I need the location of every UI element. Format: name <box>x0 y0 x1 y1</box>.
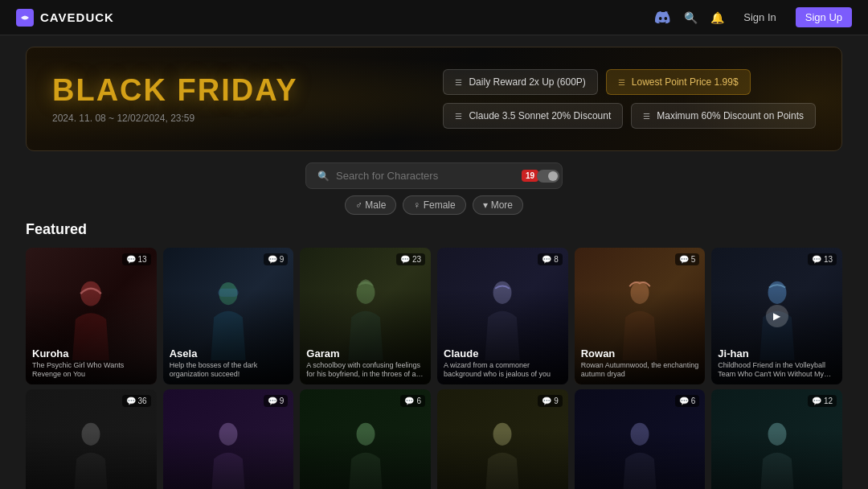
card-badge-b2: 💬 9 <box>264 395 289 407</box>
card-badge-asela: 💬 9 <box>264 253 289 265</box>
card-name-rowan: Rowan <box>581 347 699 360</box>
card-badge-b1: 💬 36 <box>122 395 151 407</box>
card-badge-b6: 💬 12 <box>808 395 837 407</box>
card-info-rowan: Rowan Rowan Autumnwood, the enchanting a… <box>575 343 706 384</box>
card-info-garam: Garam A schoolboy with confusing feeling… <box>300 343 431 384</box>
chevron-down-icon: ▾ <box>483 199 488 211</box>
chat-icon-kuroha: 💬 <box>126 255 136 264</box>
card-badge-garam: 💬 23 <box>396 253 425 265</box>
card-desc-claude: A wizard from a commoner background who … <box>444 361 562 380</box>
card-info-kuroha: Kuroha The Psychic Girl Who Wants Reveng… <box>26 343 157 384</box>
card-bottom-5[interactable]: 💬 6 <box>575 389 706 489</box>
card-bottom-4[interactable]: 💬 9 <box>437 389 568 489</box>
card-desc-kuroha: The Psychic Girl Who Wants Revenge on Yo… <box>32 361 150 380</box>
banner-tag-daily-reward: ☰ Daily Reward 2x Up (600P) <box>443 69 597 95</box>
card-desc-asela: Help the bosses of the dark organization… <box>170 361 288 380</box>
chat-icon-b1: 💬 <box>126 397 136 405</box>
tag-icon-2: ☰ <box>455 112 462 121</box>
card-badge-b3: 💬 6 <box>400 395 425 407</box>
card-bottom-1[interactable]: 💬 36 <box>26 389 157 489</box>
more-button[interactable]: ▾ More <box>473 195 523 215</box>
chat-icon-garam: 💬 <box>400 255 410 264</box>
logo-text: CAVEDUCK <box>40 10 114 24</box>
chat-icon-b5: 💬 <box>679 397 689 405</box>
chat-icon-b3: 💬 <box>404 397 414 405</box>
card-jihan[interactable]: 💬 13 ▶ Ji-han Childhood Friend in the Vo… <box>711 248 842 384</box>
main-content: BLACK FRIDAY 2024. 11. 08 ~ 12/02/2024, … <box>0 35 868 489</box>
banner-left: BLACK FRIDAY 2024. 11. 08 ~ 12/02/2024, … <box>52 74 298 124</box>
card-gradient-b4 <box>437 430 568 489</box>
bottom-cards-row: 💬 36 💬 9 <box>26 389 842 489</box>
chat-icon-b2: 💬 <box>268 397 277 405</box>
card-desc-jihan: Childhood Friend in the Volleyball Team … <box>718 361 836 380</box>
search-area: 🔍 19 ♂ Male ♀ Female ▾ More <box>26 162 842 215</box>
card-gradient-b2 <box>163 430 294 489</box>
card-gradient-b6 <box>711 430 842 489</box>
chat-icon-rowan: 💬 <box>679 255 689 264</box>
navbar-left: CAVEDUCK <box>16 9 114 27</box>
featured-section: Featured 💬 13 Kuroha The Psychic Gi <box>26 221 842 384</box>
card-name-claude: Claude <box>444 347 562 360</box>
filter-male[interactable]: ♂ Male <box>345 195 396 215</box>
card-desc-garam: A schoolboy with confusing feelings for … <box>306 361 424 380</box>
tag-icon-4: ☰ <box>643 112 650 121</box>
search-bar-icon: 🔍 <box>317 171 330 182</box>
signin-button[interactable]: Sign In <box>737 8 782 27</box>
age-toggle[interactable] <box>537 170 559 183</box>
navbar-right: 🔍 🔔 Sign In Sign Up <box>655 7 852 27</box>
card-info-asela: Asela Help the bosses of the dark organi… <box>163 343 294 384</box>
card-info-jihan: Ji-han Childhood Friend in the Volleybal… <box>711 343 842 384</box>
tag-icon-1: ☰ <box>455 78 462 87</box>
card-name-kuroha: Kuroha <box>32 347 150 360</box>
card-gradient-b1 <box>26 430 157 489</box>
banner-tag-lowest-price: ☰ Lowest Point Price 1.99$ <box>606 69 751 95</box>
card-bottom-3[interactable]: 💬 6 <box>300 389 431 489</box>
card-bottom-2[interactable]: 💬 9 <box>163 389 294 489</box>
card-garam[interactable]: 💬 23 Garam A schoolboy with confusing fe… <box>300 248 431 384</box>
banner-tag-max-discount: ☰ Maximum 60% Discount on Points <box>631 103 816 129</box>
banner-row-1: ☰ Daily Reward 2x Up (600P) ☰ Lowest Poi… <box>443 69 816 95</box>
chat-icon-asela: 💬 <box>268 255 277 264</box>
card-desc-rowan: Rowan Autumnwood, the enchanting autumn … <box>581 361 699 380</box>
banner-title: BLACK FRIDAY <box>52 74 298 108</box>
banner-subtitle: 2024. 11. 08 ~ 12/02/2024, 23:59 <box>52 113 298 124</box>
card-claude[interactable]: 💬 8 Claude A wizard from a commoner back… <box>437 248 568 384</box>
discord-icon[interactable] <box>655 10 671 26</box>
navbar: CAVEDUCK 🔍 🔔 Sign In Sign Up <box>0 0 868 35</box>
search-icon[interactable]: 🔍 <box>684 11 698 24</box>
search-input[interactable] <box>336 170 551 182</box>
card-name-asela: Asela <box>170 347 288 360</box>
card-badge-jihan: 💬 13 <box>808 253 837 265</box>
card-rowan[interactable]: 💬 5 Rowan Rowan Autumnwood, the enchanti… <box>575 248 706 384</box>
tag-icon-3: ☰ <box>618 78 625 87</box>
card-badge-b5: 💬 6 <box>675 395 700 407</box>
card-gradient-b3 <box>300 430 431 489</box>
age-badge: 19 <box>522 170 538 182</box>
chat-icon-jihan: 💬 <box>812 255 821 264</box>
card-badge-claude: 💬 8 <box>538 253 563 265</box>
play-button-jihan[interactable]: ▶ <box>766 305 788 327</box>
search-row: 🔍 19 <box>305 162 563 189</box>
bottom-cards-section: 💬 36 💬 9 <box>26 389 842 489</box>
banner-right: ☰ Daily Reward 2x Up (600P) ☰ Lowest Poi… <box>443 69 816 129</box>
card-name-jihan: Ji-han <box>718 347 836 360</box>
card-badge-b4: 💬 9 <box>538 395 563 407</box>
bell-icon[interactable]: 🔔 <box>710 11 724 24</box>
chat-icon-b6: 💬 <box>812 397 821 405</box>
filter-row: ♂ Male ♀ Female ▾ More <box>345 195 523 215</box>
featured-cards-row: 💬 13 Kuroha The Psychic Girl Who Wants R… <box>26 248 842 384</box>
signup-button[interactable]: Sign Up <box>796 7 852 27</box>
featured-title: Featured <box>26 221 842 238</box>
banner-row-2: ☰ Claude 3.5 Sonnet 20% Discount ☰ Maxim… <box>443 103 816 129</box>
logo-icon <box>16 9 34 27</box>
card-badge-kuroha: 💬 13 <box>122 253 151 265</box>
card-gradient-b5 <box>575 430 706 489</box>
black-friday-banner: BLACK FRIDAY 2024. 11. 08 ~ 12/02/2024, … <box>26 47 842 151</box>
card-bottom-6[interactable]: 💬 12 <box>711 389 842 489</box>
chat-icon-b4: 💬 <box>542 397 551 405</box>
chat-icon-claude: 💬 <box>542 255 551 264</box>
banner-tag-claude-discount: ☰ Claude 3.5 Sonnet 20% Discount <box>443 103 623 129</box>
card-asela[interactable]: 💬 9 Asela Help the bosses of the dark or… <box>163 248 294 384</box>
filter-female[interactable]: ♀ Female <box>403 195 465 215</box>
card-kuroha[interactable]: 💬 13 Kuroha The Psychic Girl Who Wants R… <box>26 248 157 384</box>
